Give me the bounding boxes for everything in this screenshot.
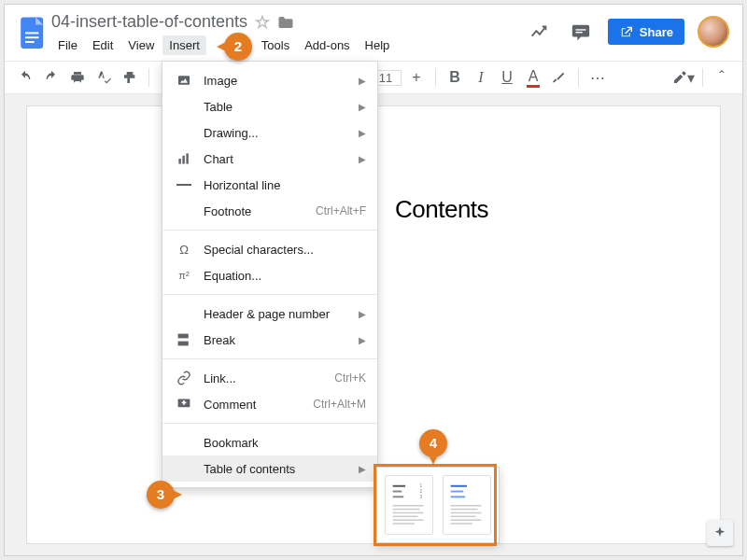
svg-rect-23 [393, 509, 420, 511]
svg-rect-31 [451, 505, 482, 507]
svg-text:1: 1 [420, 483, 423, 488]
chevron-right-icon: ▶ [359, 128, 366, 138]
omega-icon: Ω [176, 241, 192, 258]
svg-rect-5 [575, 32, 582, 33]
svg-rect-4 [575, 29, 585, 30]
chart-icon [176, 150, 192, 167]
toc-option-plain[interactable]: 1 2 3 [385, 475, 433, 535]
svg-rect-1 [25, 32, 38, 34]
undo-icon[interactable] [14, 66, 36, 89]
page-title: Contents [395, 195, 488, 224]
svg-rect-32 [451, 509, 478, 511]
svg-rect-29 [451, 491, 464, 493]
svg-rect-15 [183, 400, 185, 405]
hline-icon [176, 176, 192, 193]
menu-tools[interactable]: Tools [255, 35, 296, 55]
explore-button[interactable] [707, 520, 733, 546]
chevron-right-icon: ▶ [359, 76, 366, 86]
svg-rect-7 [178, 159, 180, 164]
svg-rect-11 [178, 334, 189, 339]
callout-4: 4 [419, 429, 447, 457]
docs-logo-icon[interactable] [14, 10, 51, 57]
callout-3: 3 [147, 481, 175, 509]
insert-header-item[interactable]: Header & page number▶ [162, 301, 377, 327]
insert-break-item[interactable]: Break▶ [162, 327, 377, 353]
svg-rect-18 [393, 491, 402, 493]
svg-rect-16 [393, 485, 406, 487]
insert-toc-item[interactable]: Table of contents▶ [162, 455, 377, 482]
insert-dropdown: Image▶ Table▶ Drawing...▶ Chart▶ Horizon… [162, 61, 378, 488]
svg-rect-33 [451, 512, 482, 514]
svg-rect-28 [451, 485, 467, 487]
more-icon[interactable]: ⋯ [586, 66, 609, 89]
break-icon [176, 331, 192, 348]
menu-file[interactable]: File [51, 35, 84, 55]
svg-rect-25 [393, 516, 418, 518]
svg-rect-26 [393, 519, 424, 521]
doc-title[interactable]: 04-insert-table-of-contents [51, 12, 247, 32]
svg-rect-12 [178, 342, 189, 346]
redo-icon[interactable] [40, 66, 63, 89]
chevron-right-icon: ▶ [359, 309, 366, 319]
trend-icon[interactable] [526, 18, 554, 46]
chevron-right-icon: ▶ [359, 335, 366, 345]
insert-special-item[interactable]: ΩSpecial characters... [162, 236, 377, 262]
insert-comment-item[interactable]: Comment Ctrl+Alt+M [162, 391, 377, 417]
insert-link-item[interactable]: Link... Ctrl+K [162, 365, 377, 391]
svg-rect-3 [25, 41, 35, 43]
svg-rect-2 [25, 36, 38, 38]
svg-rect-24 [393, 512, 424, 514]
menu-bar: File Edit View Insert Tools Add-ons Help [51, 35, 526, 55]
svg-rect-10 [176, 184, 191, 186]
svg-rect-8 [182, 156, 184, 164]
svg-text:3: 3 [420, 495, 423, 499]
svg-rect-20 [393, 496, 404, 497]
svg-rect-35 [451, 519, 482, 521]
underline-icon[interactable]: U [496, 66, 518, 89]
text-color-icon[interactable]: A [522, 66, 544, 89]
pi-icon: π² [176, 267, 192, 284]
callout-2: 2 [224, 33, 252, 61]
menu-view[interactable]: View [121, 35, 161, 55]
menu-addons[interactable]: Add-ons [298, 35, 356, 55]
comment-plus-icon [176, 396, 192, 413]
star-icon[interactable] [255, 15, 270, 30]
menu-insert[interactable]: Insert [162, 35, 206, 55]
svg-rect-6 [178, 76, 190, 84]
format-paint-icon[interactable] [119, 66, 141, 89]
move-folder-icon[interactable] [277, 15, 294, 30]
avatar[interactable] [698, 16, 729, 48]
insert-bookmark-item[interactable]: Bookmark [162, 429, 377, 455]
image-icon [176, 72, 192, 89]
chevron-right-icon: ▶ [359, 154, 366, 164]
toc-option-links[interactable] [443, 475, 491, 535]
bold-icon[interactable]: B [444, 66, 466, 89]
chevron-up-icon[interactable]: ˆ [711, 66, 733, 89]
spellcheck-icon[interactable] [92, 66, 115, 89]
comments-header-icon[interactable] [567, 18, 595, 46]
print-icon[interactable] [66, 66, 89, 89]
svg-rect-34 [451, 516, 476, 518]
chevron-right-icon: ▶ [359, 464, 366, 474]
svg-rect-27 [393, 523, 415, 525]
svg-rect-22 [393, 505, 424, 507]
insert-table-item[interactable]: Table▶ [162, 93, 377, 119]
chevron-right-icon: ▶ [359, 102, 366, 112]
svg-rect-30 [451, 496, 465, 497]
insert-drawing-item[interactable]: Drawing...▶ [162, 119, 377, 146]
insert-footnote-item[interactable]: Footnote Ctrl+Alt+F [162, 198, 377, 224]
insert-equation-item[interactable]: π²Equation... [162, 262, 377, 288]
editing-mode-icon[interactable]: ▾ [672, 66, 695, 89]
menu-edit[interactable]: Edit [86, 35, 120, 55]
menu-help[interactable]: Help [359, 35, 397, 55]
font-size-inc[interactable]: + [405, 66, 428, 89]
highlight-icon[interactable] [548, 66, 571, 89]
insert-hline-item[interactable]: Horizontal line [162, 172, 377, 198]
svg-text:2: 2 [420, 489, 423, 494]
share-button[interactable]: Share [608, 19, 684, 45]
italic-icon[interactable]: I [470, 66, 492, 89]
insert-image-item[interactable]: Image▶ [162, 67, 377, 93]
toc-submenu: 1 2 3 [376, 467, 500, 543]
svg-rect-36 [451, 523, 472, 525]
insert-chart-item[interactable]: Chart▶ [162, 146, 377, 172]
